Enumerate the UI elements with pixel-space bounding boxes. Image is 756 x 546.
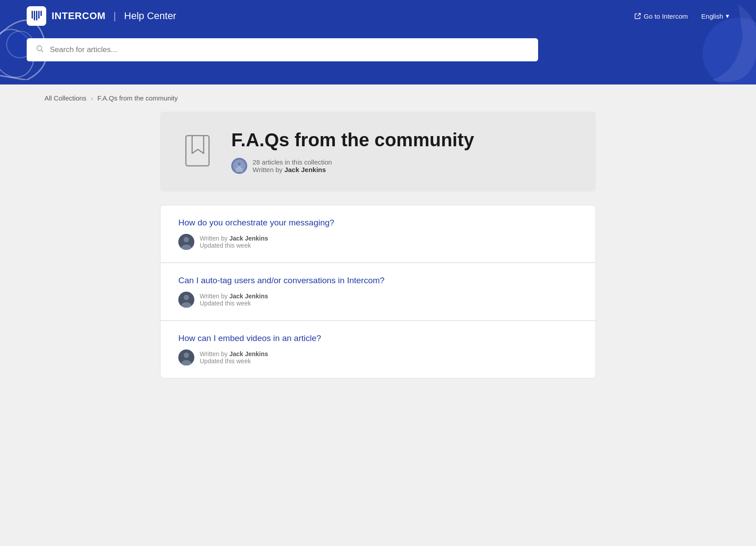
- collection-author-avatar: [231, 158, 247, 174]
- collection-meta-text: 28 articles in this collection Written b…: [253, 158, 332, 173]
- collection-meta: 28 articles in this collection Written b…: [231, 158, 574, 174]
- breadcrumb-separator: ›: [91, 95, 93, 102]
- collection-icon: [182, 134, 213, 169]
- svg-point-15: [237, 162, 241, 166]
- article-item[interactable]: How can I embed videos in an article? Wr…: [160, 321, 596, 378]
- collection-title: F.A.Qs from the community: [231, 129, 574, 151]
- article-meta-text: Written by Jack Jenkins Updated this wee…: [200, 235, 268, 249]
- article-title: How do you orchestrate your messaging?: [178, 218, 578, 228]
- external-link-icon: [634, 12, 641, 20]
- article-meta-text: Written by Jack Jenkins Updated this wee…: [200, 293, 268, 307]
- article-item[interactable]: Can I auto-tag users and/or conversation…: [160, 263, 596, 321]
- svg-point-17: [184, 237, 189, 242]
- article-meta: Written by Jack Jenkins Updated this wee…: [178, 349, 578, 365]
- breadcrumb-current-page: F.A.Qs from the community: [97, 94, 178, 102]
- page-header: INTERCOM | Help Center Go to Intercom En…: [0, 0, 756, 84]
- article-list: How do you orchestrate your messaging? W…: [160, 205, 596, 378]
- search-icon: [36, 44, 44, 55]
- logo-subtitle: Help Center: [124, 10, 176, 22]
- logo-divider: |: [113, 10, 116, 22]
- article-meta: Written by Jack Jenkins Updated this wee…: [178, 292, 578, 308]
- breadcrumb: All Collections › F.A.Qs from the commun…: [0, 84, 756, 112]
- svg-point-9: [37, 46, 42, 51]
- article-meta: Written by Jack Jenkins Updated this wee…: [178, 234, 578, 250]
- svg-point-21: [184, 353, 189, 358]
- article-title: How can I embed videos in an article?: [178, 333, 578, 343]
- header-top-bar: INTERCOM | Help Center Go to Intercom En…: [0, 0, 756, 32]
- svg-rect-11: [186, 136, 209, 166]
- article-author-avatar: [178, 234, 194, 250]
- search-input[interactable]: [50, 45, 529, 54]
- logo-area: INTERCOM | Help Center: [27, 6, 176, 26]
- collection-info: F.A.Qs from the community 28 articles in…: [231, 129, 574, 174]
- search-bar: [27, 38, 538, 61]
- article-author-avatar: [178, 292, 194, 308]
- article-meta-text: Written by Jack Jenkins Updated this wee…: [200, 350, 268, 365]
- article-item[interactable]: How do you orchestrate your messaging? W…: [160, 205, 596, 263]
- collection-header-card: F.A.Qs from the community 28 articles in…: [160, 112, 596, 192]
- main-content: F.A.Qs from the community 28 articles in…: [133, 112, 623, 405]
- breadcrumb-all-collections[interactable]: All Collections: [44, 94, 86, 102]
- svg-point-19: [184, 295, 189, 300]
- logo-text: INTERCOM: [52, 10, 105, 22]
- article-author-avatar: [178, 349, 194, 365]
- search-area: [0, 32, 756, 74]
- article-title: Can I auto-tag users and/or conversation…: [178, 276, 578, 285]
